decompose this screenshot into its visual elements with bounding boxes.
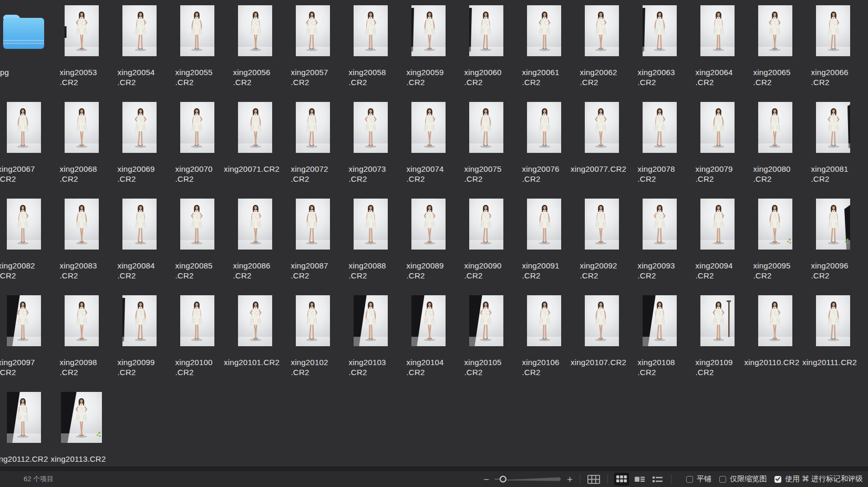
folder-item[interactable]: pg — [0, 0, 53, 97]
photo-thumb[interactable] — [7, 392, 41, 443]
file-item-xing20074.CR2[interactable]: xing20074 .CR2 — [399, 97, 457, 193]
photo-thumb[interactable] — [700, 5, 735, 56]
file-item-xing20102.CR2[interactable]: xing20102 .CR2 — [284, 290, 342, 387]
photo-thumb[interactable] — [180, 199, 214, 250]
photo-thumb[interactable] — [180, 5, 214, 56]
photo-thumb[interactable] — [180, 102, 214, 153]
checked-checkbox-icon[interactable] — [774, 476, 781, 483]
photo-thumb[interactable] — [411, 5, 446, 56]
photo-thumb[interactable] — [700, 295, 735, 346]
photo-thumb[interactable] — [758, 102, 792, 153]
file-item-xing20095.CR2[interactable]: xing20095 .CR2 — [746, 193, 804, 290]
photo-thumb[interactable] — [758, 295, 792, 346]
photo-thumb[interactable] — [65, 102, 99, 153]
file-item-xing20083.CR2[interactable]: xing20083 .CR2 — [53, 193, 110, 290]
file-item-xing20053.CR2[interactable]: xing20053 .CR2 — [53, 0, 110, 97]
file-item-xing20110.CR2[interactable]: xing20110.CR2 — [746, 290, 804, 387]
photo-thumb[interactable] — [65, 295, 99, 346]
photo-thumb[interactable] — [527, 199, 561, 250]
file-item-xing20099.CR2[interactable]: xing20099 .CR2 — [110, 290, 168, 387]
file-item-xing20107.CR2[interactable]: xing20107.CR2 — [573, 290, 631, 387]
file-item-xing20075.CR2[interactable]: xing20075 .CR2 — [457, 97, 515, 193]
photo-thumb[interactable] — [65, 199, 99, 250]
photo-thumb[interactable] — [411, 102, 446, 153]
photo-thumb[interactable] — [758, 199, 792, 250]
details-view-icon[interactable] — [632, 473, 647, 485]
photo-thumb[interactable] — [816, 5, 850, 56]
photo-thumb[interactable] — [238, 295, 272, 346]
file-item-xing20089.CR2[interactable]: xing20089 .CR2 — [399, 193, 457, 290]
file-item-xing20094.CR2[interactable]: xing20094 .CR2 — [688, 193, 746, 290]
photo-thumb[interactable] — [469, 102, 503, 153]
photo-thumb[interactable] — [296, 295, 330, 346]
photo-thumb[interactable] — [469, 295, 503, 346]
zoom-out-icon[interactable]: − — [481, 474, 491, 484]
file-item-xing20065.CR2[interactable]: xing20065 .CR2 — [746, 0, 804, 97]
file-item-xing20088.CR2[interactable]: xing20088 .CR2 — [342, 193, 399, 290]
file-item-xing20087.CR2[interactable]: xing20087 .CR2 — [284, 193, 342, 290]
file-item-xing20080.CR2[interactable]: xing20080 .CR2 — [746, 97, 804, 193]
unchecked-checkbox-icon[interactable] — [719, 476, 726, 483]
file-item-xing20093.CR2[interactable]: xing20093 .CR2 — [631, 193, 688, 290]
file-item-xing20066.CR2[interactable]: xing20066 .CR2 — [804, 0, 862, 97]
photo-thumb[interactable] — [643, 5, 677, 56]
photo-thumb[interactable] — [643, 295, 677, 346]
photo-thumb[interactable] — [238, 5, 272, 56]
file-item-xing20105.CR2[interactable]: xing20105 .CR2 — [457, 290, 515, 387]
photo-thumb[interactable] — [238, 102, 272, 153]
unchecked-checkbox-icon[interactable] — [686, 476, 693, 483]
photo-thumb[interactable] — [643, 102, 677, 153]
photo-thumb[interactable] — [700, 102, 735, 153]
photo-thumb[interactable] — [585, 199, 619, 250]
file-item-xing20055.CR2[interactable]: xing20055 .CR2 — [168, 0, 226, 97]
photo-thumb[interactable] — [296, 199, 330, 250]
file-item-xing20064.CR2[interactable]: xing20064 .CR2 — [688, 0, 746, 97]
file-item-xing20084.CR2[interactable]: xing20084 .CR2 — [110, 193, 168, 290]
file-item-xing20113.CR2[interactable]: xing20113.CR2 — [53, 387, 110, 467]
file-item-xing20058.CR2[interactable]: xing20058 .CR2 — [342, 0, 399, 97]
file-item-xing20077.CR2[interactable]: xing20077.CR2 — [573, 97, 631, 193]
file-item-xing20071.CR2[interactable]: xing20071.CR2 — [226, 97, 284, 193]
file-item-xing20108.CR2[interactable]: xing20108 .CR2 — [631, 290, 688, 387]
photo-thumb[interactable] — [122, 295, 157, 346]
photo-thumb[interactable] — [816, 102, 850, 153]
photo-thumb[interactable] — [354, 5, 388, 56]
photo-thumb[interactable] — [469, 199, 503, 250]
file-item-xing20111.CR2[interactable]: xing20111.CR2 — [804, 290, 862, 387]
photo-thumb[interactable] — [180, 295, 214, 346]
photo-thumb[interactable] — [469, 5, 503, 56]
file-item-xing20072.CR2[interactable]: xing20072 .CR2 — [284, 97, 342, 193]
file-item-xing20103.CR2[interactable]: xing20103 .CR2 — [342, 290, 399, 387]
file-item-xing20060.CR2[interactable]: xing20060 .CR2 — [457, 0, 515, 97]
file-item-xing20097.CR2[interactable]: xing20097 .CR2 — [0, 290, 53, 387]
photo-thumb[interactable] — [585, 102, 619, 153]
file-item-xing20062.CR2[interactable]: xing20062 .CR2 — [573, 0, 631, 97]
photo-thumb[interactable] — [585, 5, 619, 56]
photo-thumb[interactable] — [122, 5, 157, 56]
thumbnail-size-slider[interactable] — [493, 473, 563, 485]
file-item-xing20079.CR2[interactable]: xing20079 .CR2 — [688, 97, 746, 193]
photo-thumb[interactable] — [7, 102, 41, 153]
file-item-xing20112.CR2[interactable]: xing20112.CR2 — [0, 387, 53, 467]
file-item-xing20092.CR2[interactable]: xing20092 .CR2 — [573, 193, 631, 290]
file-item-xing20098.CR2[interactable]: xing20098 .CR2 — [53, 290, 110, 387]
list-view-icon[interactable] — [650, 473, 665, 485]
file-item-xing20086.CR2[interactable]: xing20086 .CR2 — [226, 193, 284, 290]
photo-thumb[interactable] — [122, 102, 157, 153]
file-item-xing20081.CR2[interactable]: xing20081 .CR2 — [804, 97, 862, 193]
file-item-xing20054.CR2[interactable]: xing20054 .CR2 — [110, 0, 168, 97]
file-item-xing20061.CR2[interactable]: xing20061 .CR2 — [515, 0, 573, 97]
file-item-xing20073.CR2[interactable]: xing20073 .CR2 — [342, 97, 399, 193]
photo-thumb[interactable] — [527, 5, 561, 56]
option-checkbox-0[interactable]: 平铺 — [686, 474, 711, 484]
file-item-xing20067.CR2[interactable]: xing20067 .CR2 — [0, 97, 53, 193]
file-item-xing20106.CR2[interactable]: xing20106 .CR2 — [515, 290, 573, 387]
option-checkbox-1[interactable]: 仅限缩览图 — [719, 474, 767, 484]
photo-thumb[interactable] — [643, 199, 677, 250]
photo-thumb[interactable] — [411, 295, 446, 346]
photo-thumb[interactable] — [585, 295, 619, 346]
option-checkbox-2[interactable]: 使用 ⌘ 进行标记和评级 — [774, 474, 863, 484]
photo-thumb[interactable] — [816, 295, 850, 346]
photo-thumb[interactable] — [61, 392, 102, 443]
photo-thumb[interactable] — [7, 295, 41, 346]
